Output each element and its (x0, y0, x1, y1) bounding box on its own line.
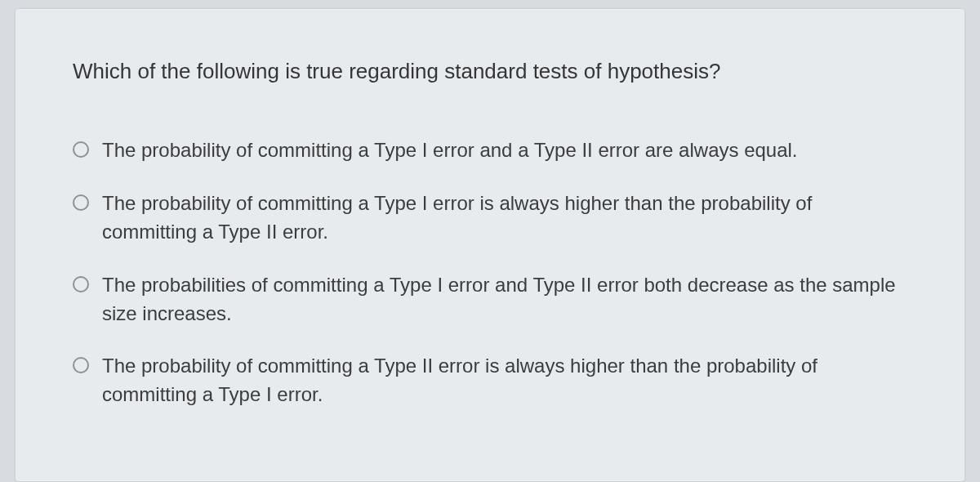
option-label[interactable]: The probability of committing a Type I e… (102, 136, 798, 165)
option-label[interactable]: The probabilities of committing a Type I… (102, 271, 907, 328)
option-row[interactable]: The probability of committing a Type I e… (73, 136, 907, 165)
option-row[interactable]: The probability of committing a Type I e… (73, 190, 907, 247)
radio-button[interactable] (73, 194, 89, 211)
question-prompt: Which of the following is true regarding… (73, 56, 907, 86)
radio-button[interactable] (73, 141, 89, 158)
question-panel-frame: Which of the following is true regarding… (0, 0, 980, 482)
option-row[interactable]: The probability of committing a Type II … (73, 352, 907, 409)
radio-button[interactable] (73, 276, 89, 292)
radio-button[interactable] (73, 357, 89, 373)
option-row[interactable]: The probabilities of committing a Type I… (73, 271, 907, 328)
question-card: Which of the following is true regarding… (15, 8, 965, 482)
options-list: The probability of committing a Type I e… (73, 136, 907, 409)
option-label[interactable]: The probability of committing a Type I e… (102, 190, 907, 247)
option-label[interactable]: The probability of committing a Type II … (102, 352, 907, 409)
